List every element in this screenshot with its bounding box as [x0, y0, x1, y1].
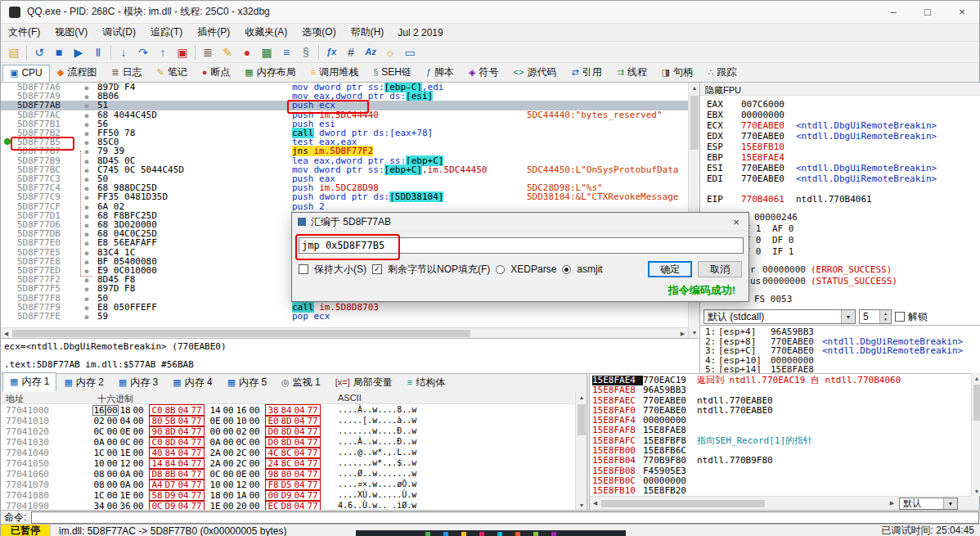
memory-row[interactable]: 770410300A000C00C08D04770A000C00D08D0477…	[1, 436, 575, 447]
disasm-row[interactable]: 5D8F77FE●59pop ecx	[1, 312, 688, 321]
restart-button[interactable]: ↺	[29, 43, 49, 61]
disasm-row[interactable]: 5D8F77C9●FF35 0481D35Dpush dword ptr ds:…	[1, 192, 688, 201]
pause-button[interactable]: Ⅱ	[88, 43, 108, 61]
close-button[interactable]: ×	[945, 1, 979, 23]
menu-plugins[interactable]: 插件(P)	[190, 25, 237, 39]
tab-dump-5[interactable]: ▦内存 5	[220, 373, 274, 392]
step-over-button[interactable]: ↷	[133, 43, 153, 61]
tab-references[interactable]: ⇄引用	[564, 63, 609, 82]
assemble-instruction-input[interactable]	[299, 237, 744, 254]
tab-dump-3[interactable]: ▦内存 3	[111, 373, 165, 392]
close-button[interactable]: ■	[49, 43, 69, 61]
tab-dump-4[interactable]: ▦内存 4	[165, 373, 219, 392]
argument-row[interactable]: 1:[esp+4]96A59BB3	[705, 327, 980, 337]
tab-graph[interactable]: ◆流程图	[50, 63, 104, 82]
memory-row[interactable]: 770410401C001E00408404772A002C004C8C0477…	[1, 447, 575, 457]
scroll-up-icon[interactable]: ▲	[972, 373, 980, 383]
tab-threads[interactable]: ⇉线程	[609, 63, 654, 82]
references-button[interactable]: ☼	[380, 43, 400, 61]
menu-favourites[interactable]: 收藏夹(A)	[237, 25, 294, 39]
memory-row[interactable]: 7704105010001200148404772A002C00248C0477…	[1, 457, 575, 468]
taskbar-icon[interactable]	[533, 532, 538, 536]
taskbar-icon[interactable]	[425, 532, 430, 536]
tab-dump-1[interactable]: ▦内存 1	[2, 372, 56, 392]
memory-row[interactable]: 770410801C001E0058D9047718001A0000D90477…	[1, 489, 575, 500]
taskbar-icon[interactable]	[515, 532, 520, 536]
log-button[interactable]: ≣	[198, 43, 218, 61]
seh-chain-button[interactable]: §	[296, 43, 316, 61]
tab-log[interactable]: ≣日志	[104, 63, 149, 82]
menu-options[interactable]: 选项(O)	[294, 25, 343, 39]
stack-row[interactable]: 15E8FB04770B9F80ntdll.770B9F80	[590, 456, 971, 466]
breakpoints-button[interactable]: ●	[237, 43, 257, 61]
tab-script[interactable]: ƒ脚本	[419, 63, 461, 82]
stack-pane[interactable]: 15E8FAE4770EAC19返回到 ntdll.770EAC19 自 ntd…	[590, 373, 971, 496]
taskbar-icon[interactable]	[479, 532, 484, 536]
memory-dump[interactable]: 7704100016001800C08B04771400160038840477…	[1, 404, 575, 510]
memory-row[interactable]: 7704107008000A00A4D7047710001200F8D50477…	[1, 479, 575, 489]
tab-seh[interactable]: §SEH链	[366, 63, 419, 82]
menu-help[interactable]: 帮助(H)	[344, 25, 392, 39]
scroll-up-icon[interactable]: ▲	[576, 392, 587, 403]
run-button[interactable]: ▶	[69, 43, 88, 61]
tab-locals[interactable]: [x=]局部变量	[328, 373, 400, 392]
stack-row[interactable]: 15E8FAE896A59BB3	[590, 385, 971, 395]
nop-fill-checkbox-box[interactable]: ✓	[372, 264, 382, 274]
unlock-checkbox[interactable]	[895, 312, 905, 322]
stack-format-combo[interactable]: 默认 ▼	[899, 498, 958, 510]
tab-struct[interactable]: ≡结构体	[400, 373, 452, 392]
stack-row[interactable]: 15E8FB1015E8FB20	[590, 486, 971, 496]
dialog-close-icon[interactable]: ×	[724, 213, 748, 231]
menu-trace[interactable]: 追踪(T)	[143, 25, 190, 39]
stepper-up-icon[interactable]: ▲	[883, 311, 888, 317]
call-stack-button[interactable]: ≡	[276, 43, 296, 61]
register-row[interactable]: ECX770EABE0<ntdll.DbgUiRemoteBreakin>	[707, 120, 980, 131]
memory-vscrollbar[interactable]: ▲ ▼	[575, 392, 587, 511]
windows-taskbar[interactable]	[356, 530, 626, 536]
calling-convention-combo[interactable]: 默认 (stdcall) ▼	[704, 309, 856, 324]
taskbar-icon[interactable]	[461, 532, 466, 536]
run-to-user-code-button[interactable]: ▣	[173, 43, 192, 61]
tab-handles[interactable]: ◨句柄	[654, 63, 700, 82]
argument-count-stepper[interactable]: 5 ▲▼	[859, 309, 892, 324]
scrollbar-thumb[interactable]	[601, 500, 765, 507]
scrollbar-thumb[interactable]	[12, 330, 470, 337]
register-row[interactable]: EBP15E8FAE4	[707, 152, 980, 163]
source-button[interactable]: Az	[361, 43, 380, 61]
register-row[interactable]: EDX770EABE0<ntdll.DbgUiRemoteBreakin>	[707, 131, 980, 142]
scrollbar-thumb[interactable]	[690, 96, 699, 150]
scroll-left-icon[interactable]: ◀	[590, 498, 600, 509]
stack-hscrollbar[interactable]: ◀ ▶	[590, 498, 897, 509]
ok-button[interactable]: 确定	[648, 261, 692, 277]
register-row[interactable]: EBX00000000	[707, 110, 980, 120]
keep-size-checkbox-box[interactable]	[299, 264, 308, 274]
scroll-down-icon[interactable]: ▼	[972, 486, 980, 496]
step-into-button[interactable]: ↓	[114, 43, 133, 61]
hide-fpu-toggle[interactable]: 隐藏FPU	[700, 83, 980, 96]
menu-debug[interactable]: 调试(D)	[95, 25, 143, 39]
scroll-up-icon[interactable]: ▲	[689, 83, 700, 93]
memory-row[interactable]: 7704106008000A00D88B04770C000E0098800477…	[1, 468, 575, 479]
eip-row[interactable]: EIP770B4061ntdll.770B4061	[707, 194, 872, 205]
tab-memory-map[interactable]: ▦内存布局	[237, 63, 303, 82]
tab-dump-2[interactable]: ▦内存 2	[56, 373, 110, 392]
tab-breakpoints[interactable]: ●断点	[195, 63, 238, 82]
register-row[interactable]: ESI770EABE0<ntdll.DbgUiRemoteBreakin>	[707, 163, 980, 173]
chevron-down-icon[interactable]: ▼	[943, 498, 957, 509]
tab-cpu[interactable]: ▣CPU	[2, 65, 50, 82]
notes-button[interactable]: ✎	[218, 43, 237, 61]
menu-file[interactable]: 文件(F)	[1, 25, 47, 39]
memory-map-button[interactable]: ▦	[257, 43, 276, 61]
memory-row[interactable]: 77041090340036000CD904771E002000ECD80477…	[1, 500, 575, 510]
memory-row[interactable]: 7704101002000400805B04770E001000E08D0477…	[1, 415, 575, 426]
command-input[interactable]	[31, 511, 979, 524]
taskbar-icon[interactable]	[551, 532, 556, 536]
tab-symbols[interactable]: ◈符号	[461, 63, 506, 82]
register-row[interactable]: EDI770EABE0<ntdll.DbgUiRemoteBreakin>	[707, 173, 980, 184]
scroll-right-icon[interactable]: ▶	[887, 498, 897, 509]
open-file-button[interactable]: ▤	[4, 43, 24, 61]
run-till-return-button[interactable]: ↑	[153, 43, 173, 61]
taskbar-icon[interactable]	[497, 532, 502, 536]
tab-trace[interactable]: ∴跟踪	[700, 63, 744, 82]
argument-row[interactable]: 5:[esp+14]15E8FAE8	[705, 365, 980, 373]
